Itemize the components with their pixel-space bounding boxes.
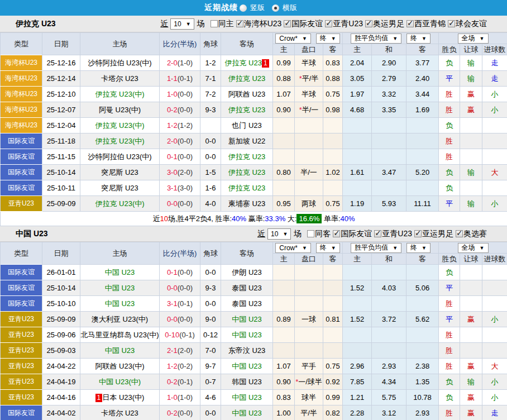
dropdown-全场[interactable]: 全场▼ xyxy=(458,34,489,44)
away-team-cell: 伊朗 U23 xyxy=(221,265,273,280)
odds-draw-cell: 3.35 xyxy=(372,102,406,118)
competition-checkbox-0[interactable] xyxy=(236,20,243,27)
handicap-away-odds-cell: 0.92 xyxy=(323,374,343,390)
result-value: 胜 xyxy=(446,362,453,370)
handicap-value: 半/一 xyxy=(302,106,319,114)
competition-checkbox-4[interactable] xyxy=(406,20,414,27)
dropdown-终[interactable]: 终▼ xyxy=(316,243,340,253)
competition-checkbox-3[interactable] xyxy=(456,230,463,237)
goals-result-cell: 小 xyxy=(482,102,507,118)
col-header-date: 日期 xyxy=(42,33,80,55)
dropdown-终[interactable]: 终▼ xyxy=(406,243,431,253)
dropdown-胜平负均值[interactable]: 胜平负均值▼ xyxy=(351,34,401,44)
home-team-name: 沙特阿拉伯 U23(中) xyxy=(88,152,151,161)
home-team-name: 中国 U23 xyxy=(105,268,135,276)
competition-checkbox-0[interactable] xyxy=(333,230,340,237)
result-value: 胜 xyxy=(446,331,453,339)
dropdown-Crow*[interactable]: Crow*▼ xyxy=(275,34,311,44)
landscape-label[interactable]: 横版 xyxy=(283,3,297,13)
full-time-score: 0-1 xyxy=(167,268,178,276)
near-link[interactable]: 近 xyxy=(257,229,265,239)
odds-home-cell xyxy=(343,149,372,165)
home-team-name: 伊拉克 U23(中) xyxy=(95,137,144,145)
matches-count-select[interactable]: 10▼ xyxy=(267,228,291,240)
competition-label-0: 海湾杯U23 xyxy=(244,19,282,29)
corner-score: 9-3 xyxy=(205,106,216,114)
result-value: 胜 xyxy=(446,409,453,417)
col-header-h_away: 客 xyxy=(323,44,343,55)
home-team-name: 沙特阿拉伯 U23(中) xyxy=(88,59,151,67)
handicap-result-cell: 输 xyxy=(460,71,482,87)
dropdown-终[interactable]: 终▼ xyxy=(316,34,340,44)
odds-draw-cell xyxy=(372,149,406,165)
away-team-cell: 中国 U23 xyxy=(221,359,273,374)
odds-away-cell: 5.06 xyxy=(406,280,439,296)
score-cell: 3-1(3-0) xyxy=(160,180,200,196)
home-team-name: 日本 U23(中) xyxy=(102,393,144,402)
competition-checkbox-3[interactable] xyxy=(365,20,372,27)
full-time-score: 0-1 xyxy=(167,152,178,161)
home-team-name: 中国 U23 xyxy=(105,284,135,292)
match-date-cell: 25-10-11 xyxy=(42,180,80,196)
corner-cell: 0-12 xyxy=(200,327,221,343)
handicap-home-odds-cell xyxy=(273,327,295,343)
score-cell: 0-2(0-1) xyxy=(160,374,200,390)
match-row: 亚青U2324-04-161日本 U23(中)1-0(1-0)4-6中国 U23… xyxy=(1,390,507,405)
match-row: 海湾杯U2325-12-16沙特阿拉伯 U23(中)2-0(1-0)1-2伊拉克… xyxy=(1,55,507,71)
match-type-badge: 国际友谊 xyxy=(1,280,42,295)
competition-checkbox-1[interactable] xyxy=(374,230,381,237)
same-venue-checkbox[interactable] xyxy=(307,230,314,237)
away-team-cell: 中国 U23 xyxy=(221,405,273,420)
competition-checkbox-5[interactable] xyxy=(448,20,455,27)
odds-draw-cell: 2.79 xyxy=(372,71,406,87)
corner-cell: 0-0 xyxy=(200,265,221,280)
corner-cell: 0-7 xyxy=(200,374,221,390)
matches-count-select[interactable]: 10▼ xyxy=(170,18,194,30)
odds-home: 2.96 xyxy=(350,362,364,370)
dropdown-全场[interactable]: 全场▼ xyxy=(458,243,489,253)
away-team-cell: 新加坡 U22 xyxy=(221,133,273,149)
dropdown-value: 全场 xyxy=(462,243,475,252)
odds-home-cell: 3.05 xyxy=(343,71,372,87)
dropdown-终[interactable]: 终▼ xyxy=(406,34,431,44)
competition-checkbox-1[interactable] xyxy=(284,20,291,27)
home-team-cell: 突尼斯 U23 xyxy=(80,180,160,196)
away-team-cell: 阿联酋 U23 xyxy=(221,87,273,102)
odds-away: 2.40 xyxy=(415,74,429,83)
goals-result-cell: 小 xyxy=(482,196,507,212)
dropdown-Crow*[interactable]: Crow*▼ xyxy=(275,243,311,253)
handicap-away-odds-cell xyxy=(323,133,343,149)
col-header-o_away: 客 xyxy=(406,254,439,265)
corner-score: 0-7 xyxy=(205,378,216,386)
handicap-result-value: 输 xyxy=(467,59,475,67)
handicap-home-odds: 0.90 xyxy=(276,106,290,114)
competition-checkbox-2[interactable] xyxy=(325,20,332,27)
odds-home-cell: 1.19 xyxy=(343,196,372,212)
landscape-radio[interactable] xyxy=(272,4,279,12)
full-time-score: 0-2 xyxy=(167,106,178,114)
match-date: 25-12-14 xyxy=(46,74,75,83)
handicap-home-odds-cell: 0.83 xyxy=(273,390,295,405)
handicap-away-odds-cell: 0.81 xyxy=(323,312,343,327)
competition-label-3: 奥运男足 xyxy=(373,19,404,29)
handicap-result-cell xyxy=(460,180,482,196)
away-team-name: 伊拉克 U23 xyxy=(228,168,265,176)
score-cell: 0-0(0-0) xyxy=(160,196,200,212)
away-team-cell: 泰国 U23 xyxy=(221,296,273,312)
result-cell: 负 xyxy=(439,180,460,196)
match-type-badge: 国际友谊 xyxy=(1,265,42,280)
goals-result-value: 小 xyxy=(491,315,499,323)
full-time-score: 3-0 xyxy=(167,168,178,176)
same-venue-checkbox[interactable] xyxy=(211,20,218,27)
portrait-radio[interactable] xyxy=(240,4,247,12)
handicap-result-value: 赢 xyxy=(467,362,475,370)
near-link[interactable]: 近 xyxy=(160,19,168,29)
portrait-label[interactable]: 竖版 xyxy=(250,3,265,13)
odds-home: 2.28 xyxy=(350,409,364,417)
competition-checkbox-2[interactable] xyxy=(414,230,422,237)
dropdown-胜平负均值[interactable]: 胜平负均值▼ xyxy=(351,243,401,253)
corner-cell: 0-0 xyxy=(200,149,221,165)
odds-home-cell xyxy=(343,133,372,149)
odds-away: 1.35 xyxy=(415,378,429,386)
match-type-badge: 国际友谊 xyxy=(1,165,42,180)
